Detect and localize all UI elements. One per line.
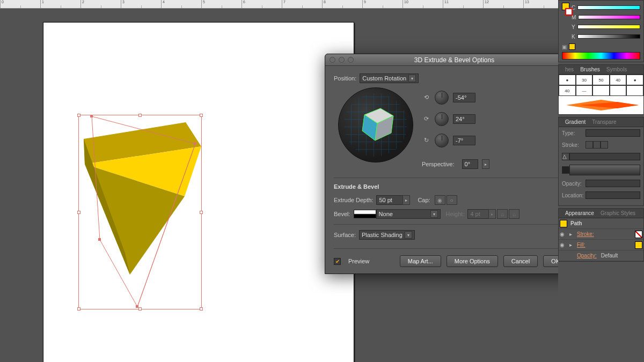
brush-cell[interactable] bbox=[626, 85, 643, 96]
appearance-object-label: Path bbox=[570, 220, 642, 226]
cmyk-y-label: Y bbox=[572, 24, 575, 30]
color-spectrum[interactable] bbox=[562, 52, 640, 60]
cyan-slider[interactable] bbox=[577, 5, 640, 10]
rotate-x-dial[interactable] bbox=[435, 91, 449, 105]
brush-cell[interactable] bbox=[592, 85, 610, 96]
brush-cell[interactable]: — bbox=[576, 85, 593, 96]
cap-on-button[interactable]: ◉ bbox=[435, 195, 445, 205]
tab-symbols[interactable]: Symbols bbox=[603, 65, 630, 73]
perspective-stepper[interactable]: ▸ bbox=[482, 159, 489, 169]
stroke-swatch[interactable] bbox=[565, 8, 573, 16]
grad-opacity-label: Opacity: bbox=[562, 181, 586, 187]
visibility-icon[interactable]: ◉ bbox=[560, 242, 566, 248]
grad-type-dropdown[interactable] bbox=[586, 129, 640, 137]
selection-handle[interactable] bbox=[200, 307, 203, 311]
visibility-icon[interactable]: ◉ bbox=[560, 231, 566, 237]
close-icon[interactable] bbox=[330, 57, 335, 63]
panel-dock: C M Y K ▣ hes Brushes Symbols ● 30 50 40 bbox=[558, 0, 644, 362]
black-slider[interactable] bbox=[577, 34, 640, 39]
appearance-opacity-label[interactable]: Opacity: bbox=[577, 253, 597, 258]
appearance-opacity-row[interactable]: Opacity: Default bbox=[559, 250, 643, 261]
extrude-depth-label: Extrude Depth: bbox=[334, 197, 373, 203]
tab-gradient[interactable]: Gradient bbox=[562, 118, 589, 126]
preview-checkbox[interactable]: ✔ bbox=[334, 258, 341, 265]
brush-preview[interactable] bbox=[559, 96, 643, 114]
magenta-slider[interactable] bbox=[578, 15, 640, 19]
window-traffic-lights bbox=[330, 57, 354, 63]
stroke-mode-icon[interactable] bbox=[593, 141, 601, 149]
appearance-stroke-row[interactable]: ◉ ▸ Stroke: bbox=[559, 229, 643, 240]
rotate-z-dial[interactable] bbox=[435, 134, 449, 147]
rotate-x-field[interactable] bbox=[453, 93, 475, 102]
ruler-tick: 5 bbox=[201, 0, 241, 8]
dialog-titlebar[interactable]: 3D Extrude & Bevel Options bbox=[325, 54, 576, 66]
yellow-slider[interactable] bbox=[577, 25, 640, 29]
no-stroke-swatch[interactable] bbox=[635, 231, 642, 238]
brush-cell[interactable]: 40 bbox=[559, 85, 576, 96]
disclosure-triangle-icon[interactable]: ▸ bbox=[569, 242, 574, 248]
position-dropdown[interactable]: Custom Rotation▾ bbox=[360, 73, 419, 83]
brush-cell[interactable] bbox=[610, 85, 627, 96]
more-options-button[interactable]: More Options bbox=[447, 255, 498, 267]
grad-location-field[interactable] bbox=[586, 191, 640, 199]
minimize-icon[interactable] bbox=[339, 57, 345, 63]
grad-stroke-label: Stroke: bbox=[562, 142, 586, 148]
appearance-stroke-label[interactable]: Stroke: bbox=[577, 231, 632, 237]
rotate-y-dial[interactable] bbox=[435, 112, 449, 126]
extrude-depth-stepper[interactable]: ▸ bbox=[402, 195, 410, 205]
tab-swatches[interactable]: hes bbox=[562, 65, 577, 73]
appearance-fill-row[interactable]: ◉ ▸ Fill: bbox=[559, 240, 643, 250]
cap-off-button[interactable]: ○ bbox=[447, 195, 457, 205]
zoom-icon[interactable] bbox=[348, 57, 354, 63]
fill-color-swatch[interactable] bbox=[635, 241, 642, 249]
tab-appearance[interactable]: Appearance bbox=[562, 209, 597, 217]
tab-brushes[interactable]: Brushes bbox=[577, 65, 603, 73]
artboard[interactable] bbox=[43, 22, 354, 362]
extrude-depth-field[interactable] bbox=[376, 195, 403, 205]
brush-cell[interactable]: 40 bbox=[610, 75, 627, 85]
selection-handle[interactable] bbox=[77, 211, 80, 214]
current-color-swatch[interactable] bbox=[569, 43, 575, 50]
selection-bounding-box[interactable] bbox=[78, 115, 202, 309]
chevron-down-icon: ▾ bbox=[408, 75, 416, 82]
brush-cell[interactable]: 50 bbox=[592, 75, 610, 85]
rotate-z-field[interactable] bbox=[453, 136, 475, 145]
selection-handle[interactable] bbox=[200, 211, 203, 214]
disclosure-triangle-icon[interactable]: ▸ bbox=[569, 231, 574, 237]
extrude-bevel-dialog: 3D Extrude & Bevel Options Position: Cus… bbox=[325, 54, 577, 274]
ruler-tick: 2 bbox=[80, 0, 121, 8]
brush-cell[interactable]: ● bbox=[559, 75, 576, 85]
tab-graphic-styles[interactable]: Graphic Styles bbox=[597, 209, 639, 217]
selection-handle[interactable] bbox=[138, 114, 142, 117]
bevel-in-button: ⌂ bbox=[497, 209, 508, 219]
grad-opacity-field[interactable] bbox=[586, 180, 640, 187]
rotate-y-field[interactable] bbox=[453, 114, 475, 124]
position-label: Position: bbox=[334, 75, 356, 82]
cancel-button[interactable]: Cancel bbox=[503, 255, 538, 267]
selection-handle[interactable] bbox=[138, 307, 142, 311]
bevel-label: Bevel: bbox=[334, 211, 350, 217]
perspective-field[interactable] bbox=[462, 159, 478, 169]
brush-cell[interactable]: 30 bbox=[576, 75, 593, 85]
stroke-mode-icon[interactable] bbox=[586, 141, 593, 149]
rotate-x-icon: ⟲ bbox=[422, 94, 430, 101]
horizontal-ruler[interactable]: 0 1 2 3 4 5 6 7 8 9 10 11 12 13 14 bbox=[0, 0, 558, 9]
brush-cell[interactable]: ● bbox=[626, 75, 643, 85]
tab-transparency[interactable]: Transpare bbox=[589, 118, 619, 126]
gradient-swatch[interactable] bbox=[562, 166, 569, 174]
rotation-trackball[interactable] bbox=[338, 87, 413, 162]
bevel-dropdown[interactable]: None▾ bbox=[376, 209, 441, 219]
grad-type-label: Type: bbox=[562, 130, 586, 136]
brush-grid[interactable]: ● 30 50 40 ● 40 — bbox=[559, 75, 643, 96]
grad-angle-field[interactable] bbox=[569, 153, 640, 160]
map-art-button[interactable]: Map Art... bbox=[400, 255, 441, 267]
ruler-tick: 6 bbox=[241, 0, 282, 8]
stroke-mode-icon[interactable] bbox=[601, 141, 608, 149]
selection-handle[interactable] bbox=[77, 114, 80, 117]
appearance-fill-label[interactable]: Fill: bbox=[577, 242, 632, 248]
cube-icon: ▣ bbox=[562, 44, 567, 50]
selection-handle[interactable] bbox=[200, 114, 203, 117]
selection-handle[interactable] bbox=[77, 307, 80, 311]
surface-dropdown[interactable]: Plastic Shading▾ bbox=[359, 230, 415, 240]
gradient-ramp[interactable] bbox=[569, 165, 640, 175]
